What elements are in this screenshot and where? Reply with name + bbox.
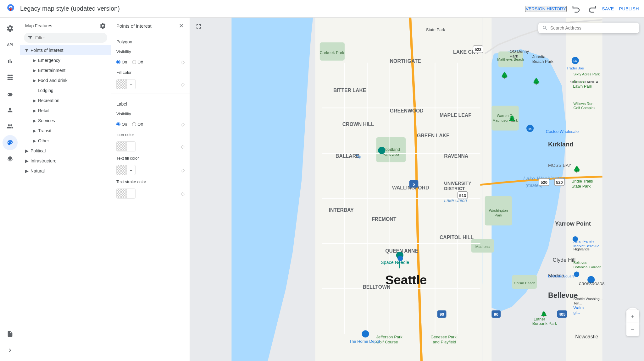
nav-palette[interactable] (3, 135, 18, 150)
svg-text:Park: Park (510, 54, 518, 58)
text-stroke-color-swatch-container[interactable]: – (116, 189, 136, 199)
svg-text:GREENWOOD: GREENWOOD (390, 108, 424, 113)
nav-docs[interactable] (3, 326, 18, 342)
nav-group[interactable] (3, 119, 18, 134)
nav-key[interactable] (3, 86, 18, 101)
polygon-visibility-on[interactable]: On (116, 60, 127, 64)
group-header-points-of-interest[interactable]: ▶ Points of interest (20, 45, 111, 55)
close-detail-button[interactable] (178, 23, 185, 29)
svg-text:Newcastle: Newcastle (575, 334, 598, 339)
svg-text:UNIVERSITY: UNIVERSITY (444, 181, 471, 186)
text-fill-label: Text fill color (116, 156, 139, 161)
version-history-button[interactable]: VERSION HISTORY (525, 6, 567, 12)
subitem-emergency[interactable]: ▶ Emergency (23, 55, 111, 65)
text-fill-color-swatch (117, 165, 127, 175)
features-panel: Map Features ▶ Points of interest ▶ Emer… (20, 18, 111, 361)
label-section-label: Label (111, 96, 190, 109)
label-visibility-reset[interactable]: ◇ (181, 121, 185, 127)
group-label-political: Political (31, 148, 46, 153)
undo-button[interactable] (572, 4, 582, 14)
label-visibility-radio-group: On Off (116, 122, 143, 127)
svg-text:🌲: 🌲 (508, 115, 517, 122)
text-fill-color-reset[interactable]: ◇ (181, 167, 185, 173)
group-header-infrastructure[interactable]: ▶ Infrastructure (20, 156, 111, 166)
chevron-icon: ▶ (25, 49, 30, 52)
group-header-natural[interactable]: ▶ Natural (20, 166, 111, 176)
subitem-food-drink[interactable]: ▶ Food and drink (23, 75, 111, 85)
fill-color-reset[interactable]: ◇ (181, 81, 185, 87)
svg-text:520: 520 (541, 180, 547, 185)
svg-text:MOSS BAY: MOSS BAY (548, 163, 571, 168)
group-header-political[interactable]: ▶ Political (20, 146, 111, 156)
polygon-visibility-reset[interactable]: ◇ (181, 59, 185, 65)
subitem-label-entertainment: Entertainment (38, 68, 65, 73)
nav-expand[interactable] (3, 343, 18, 358)
text-fill-color-swatch-container[interactable]: – (116, 165, 136, 175)
subitem-recreation[interactable]: ▶ Recreation (23, 96, 111, 106)
svg-text:Bellevue Square: Bellevue Square (548, 274, 575, 278)
subitem-retail[interactable]: ▶ Retail (23, 106, 111, 116)
svg-text:90: 90 (494, 312, 498, 317)
filter-bar[interactable] (24, 33, 107, 43)
nav-layers[interactable] (3, 151, 18, 167)
svg-text:State Park: State Park (426, 27, 445, 32)
search-icon (542, 25, 548, 31)
svg-text:Highlands: Highlands (574, 247, 590, 251)
group-natural: ▶ Natural (20, 166, 111, 176)
nav-api[interactable]: API (3, 37, 18, 52)
filter-icon (28, 35, 33, 40)
subitem-lodging[interactable]: Lodging (23, 85, 111, 96)
nav-settings[interactable] (3, 21, 18, 36)
search-input[interactable] (550, 25, 635, 30)
chevron-icon: ▶ (33, 68, 36, 73)
svg-text:Yarrow Point: Yarrow Point (555, 220, 591, 227)
polygon-visibility-off[interactable]: Off (132, 60, 143, 64)
svg-text:Lawn Park: Lawn Park (573, 84, 592, 89)
svg-text:Sixty Acres Park: Sixty Acres Park (574, 72, 600, 76)
icon-color-reset[interactable]: ◇ (181, 144, 185, 150)
svg-text:🛍: 🛍 (573, 59, 577, 63)
nav-media[interactable] (3, 70, 18, 85)
polygon-visibility-row: Visibility (111, 47, 190, 57)
svg-text:Carkeek Park: Carkeek Park (319, 50, 344, 55)
redo-button[interactable] (587, 4, 597, 14)
map-area[interactable]: Carkeek Park Woodland Park Zoo Washingto… (190, 18, 644, 361)
text-stroke-color-reset[interactable]: ◇ (181, 191, 185, 197)
svg-rect-9 (7, 79, 9, 80)
zoom-in-button[interactable]: + (626, 310, 639, 323)
subitem-entertainment[interactable]: ▶ Entertainment (23, 65, 111, 75)
publish-button[interactable]: PUBLISH (619, 6, 639, 11)
svg-text:RAVENNA: RAVENNA (444, 153, 468, 159)
filter-input[interactable] (35, 35, 103, 40)
nav-chart[interactable] (3, 53, 18, 68)
chevron-icon: ▶ (25, 168, 29, 173)
save-button[interactable]: SAVE (602, 6, 614, 11)
svg-text:Ten...: Ten... (574, 301, 582, 305)
google-maps-logo (5, 3, 16, 14)
panel-settings-button[interactable] (100, 23, 106, 29)
svg-text:Juanita: Juanita (532, 54, 546, 59)
icon-color-swatch-container[interactable]: – (116, 141, 136, 151)
map-expand-button[interactable] (195, 23, 203, 32)
svg-point-94 (378, 147, 385, 154)
svg-text:90: 90 (440, 312, 444, 317)
label-visibility-off[interactable]: Off (132, 122, 143, 127)
subitem-label-other: Other (38, 138, 49, 143)
detail-panel: Points of interest Polygon Visibility On… (111, 18, 190, 361)
svg-text:Beach Park: Beach Park (532, 59, 553, 64)
svg-text:🐾: 🐾 (356, 154, 361, 159)
subitem-label-emergency: Emergency (38, 58, 60, 63)
svg-text:5: 5 (413, 182, 415, 187)
subitem-services[interactable]: ▶ Services (23, 116, 111, 126)
subitem-other[interactable]: ▶ Other (23, 136, 111, 146)
subitem-transit[interactable]: ▶ Transit (23, 126, 111, 136)
fill-color-row: – ◇ (111, 77, 190, 91)
fill-color-swatch-container[interactable]: – (116, 79, 136, 89)
nav-person[interactable] (3, 102, 18, 118)
label-visibility-on[interactable]: On (116, 122, 127, 127)
svg-point-123 (574, 271, 579, 277)
map-svg: Carkeek Park Woodland Park Zoo Washingto… (190, 18, 644, 361)
svg-text:405: 405 (559, 312, 566, 317)
svg-text:CROWN HILL: CROWN HILL (342, 122, 374, 127)
zoom-out-button[interactable]: − (626, 323, 639, 336)
